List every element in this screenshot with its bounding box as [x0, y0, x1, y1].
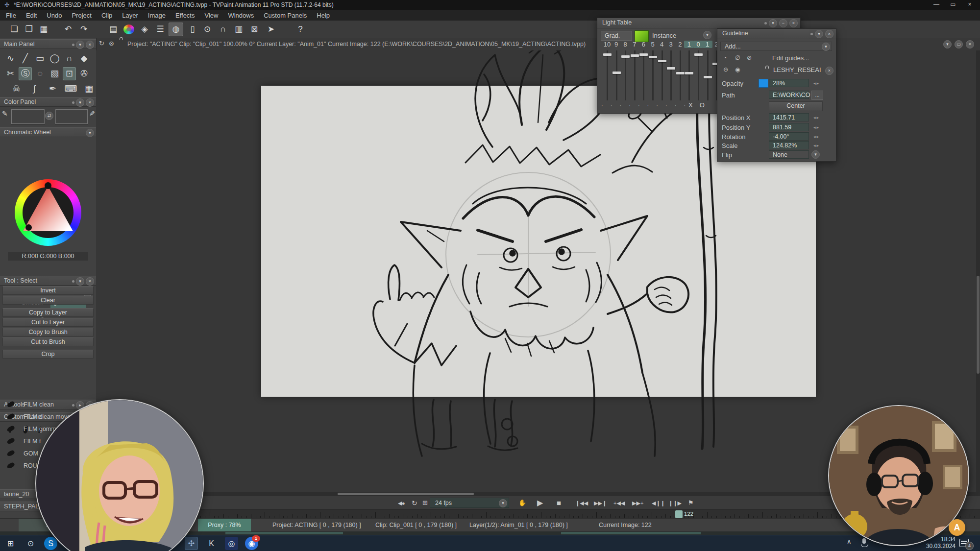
panel-collapse-icon[interactable]: ▾: [86, 129, 94, 137]
save-icon[interactable]: ▦: [36, 23, 51, 36]
panel-shade-icon[interactable]: −: [779, 19, 787, 27]
workspace[interactable]: [96, 50, 980, 492]
library-icon[interactable]: ▥: [231, 23, 246, 36]
remove-icon[interactable]: ⊖: [723, 66, 728, 73]
help-icon[interactable]: ?: [293, 23, 308, 36]
light-table-slider-handle[interactable]: [704, 76, 712, 78]
light-table-slider[interactable]: [607, 50, 608, 100]
rotation-field[interactable]: -4.00°: [769, 132, 809, 141]
light-table-slider[interactable]: [698, 50, 699, 100]
fps-dropdown[interactable]: 24 fps ▾: [430, 498, 509, 508]
fill-tool-icon[interactable]: ◆: [77, 52, 91, 65]
light-table-slider[interactable]: [688, 50, 690, 100]
center-button[interactable]: Center: [769, 101, 823, 111]
main-panel-header[interactable]: Main Panel ▾×: [0, 39, 96, 49]
light-table-header[interactable]: Light Table ▾−×: [597, 18, 800, 28]
camera-tool-icon[interactable]: ✇: [77, 67, 91, 80]
tool-select-header[interactable]: Tool : Select ▾×: [0, 276, 96, 286]
skype-icon[interactable]: S: [44, 537, 57, 550]
chromatic-wheel-header[interactable]: Chromatic Wheel ▾: [0, 127, 96, 137]
light-table-col-label[interactable]: 8: [620, 41, 630, 48]
stepper-arrows-icon[interactable]: ◂▸: [813, 81, 820, 86]
spline-tool-icon[interactable]: ∫: [28, 82, 41, 96]
next-key-icon[interactable]: ▶▶+: [632, 498, 643, 508]
canvas-close-button[interactable]: ×: [966, 40, 974, 48]
light-table-icon[interactable]: ◍: [169, 23, 183, 36]
menu-image[interactable]: Image: [148, 12, 166, 19]
speaker-icon[interactable]: ◀⦁: [398, 498, 405, 508]
open-file-icon[interactable]: ❐: [22, 23, 36, 36]
value-marker[interactable]: [25, 224, 32, 231]
panel-close-icon[interactable]: ×: [86, 277, 94, 286]
new-file-icon[interactable]: ❏: [7, 23, 22, 36]
next-frame-icon[interactable]: ❙❙▶: [668, 498, 682, 508]
stepper-arrows-icon[interactable]: ◂▸: [813, 125, 820, 130]
guideline-layer-row[interactable]: ⊖ ◉ LESHY_RESEAI ×: [717, 66, 836, 77]
panel-collapse-icon[interactable]: ▾: [769, 19, 777, 27]
crop-button[interactable]: Crop: [2, 350, 94, 359]
flip-frame-icon[interactable]: ⊞: [422, 498, 428, 508]
flip-dropdown[interactable]: None: [769, 150, 809, 159]
clock-icon[interactable]: ◔: [723, 54, 727, 61]
pen-tool-icon[interactable]: ✒: [46, 82, 59, 96]
zoom-icon[interactable]: ⊙: [200, 23, 215, 36]
light-table-slider-handle[interactable]: [676, 72, 685, 74]
close-button[interactable]: ×: [961, 0, 978, 10]
cut-to-layer-button[interactable]: Cut to Layer: [2, 318, 94, 327]
light-table-slider[interactable]: [616, 50, 617, 100]
prev-key-icon[interactable]: +◀◀: [613, 498, 625, 508]
last-frame-icon[interactable]: ▶▶❙: [594, 498, 607, 508]
path-field[interactable]: E:\WORK\CO: [769, 91, 809, 99]
redo-icon[interactable]: ↷: [76, 23, 91, 36]
timeline-playhead[interactable]: [675, 510, 683, 518]
light-table-col-label[interactable]: 5: [648, 41, 658, 48]
menu-view[interactable]: View: [205, 12, 219, 19]
prev-frame-icon[interactable]: ◀❙❙: [652, 498, 665, 508]
hide-handles-icon[interactable]: ⊘: [747, 54, 752, 61]
first-frame-icon[interactable]: ❙◀◀: [575, 498, 588, 508]
light-table-slider[interactable]: [634, 50, 636, 100]
panel-close-icon[interactable]: ×: [789, 19, 798, 27]
display-icon[interactable]: ◈: [137, 23, 152, 36]
background-color-swatch[interactable]: [55, 109, 88, 124]
browse-button[interactable]: ...: [811, 91, 823, 100]
light-table-col-label[interactable]: 1: [684, 41, 694, 48]
light-table-slider-handle[interactable]: [639, 53, 648, 56]
light-table-slider-handle[interactable]: [603, 53, 612, 56]
chat-icon[interactable]: ◉1: [245, 537, 258, 550]
menu-layer[interactable]: Layer: [122, 12, 138, 19]
search-icon[interactable]: ⊙: [24, 537, 37, 550]
menu-edit[interactable]: Edit: [26, 12, 37, 19]
menu-undo[interactable]: Undo: [47, 12, 62, 19]
stepper-arrows-icon[interactable]: ◂▸: [813, 143, 820, 148]
light-table-slider[interactable]: [707, 50, 709, 100]
light-table-slider-handle[interactable]: [631, 54, 639, 57]
mark-icon[interactable]: ⚑: [688, 498, 694, 508]
light-table-slider-handle[interactable]: [685, 72, 693, 74]
light-table-col-label[interactable]: 4: [657, 41, 667, 48]
light-table-slider-handle[interactable]: [612, 72, 621, 74]
scissors-select-icon[interactable]: ✂: [4, 67, 17, 80]
hue-marker[interactable]: [45, 182, 51, 189]
light-table-col-label[interactable]: 10: [602, 41, 612, 48]
grad-button[interactable]: Grad.: [601, 31, 632, 41]
transform-icon[interactable]: ⊠: [247, 23, 262, 36]
stop-icon[interactable]: ■: [557, 498, 561, 508]
panel-collapse-icon[interactable]: ▾: [76, 98, 84, 107]
light-table-slider-handle[interactable]: [667, 67, 675, 70]
hand-tool-icon[interactable]: ✋: [518, 498, 526, 508]
stepper-arrows-icon[interactable]: ◂▸: [813, 115, 820, 120]
sync-icon[interactable]: ↻: [99, 40, 104, 47]
cut-to-brush-button[interactable]: Cut to Brush: [2, 337, 94, 346]
remove-guide-icon[interactable]: ×: [825, 67, 833, 75]
panel-close-icon[interactable]: ×: [825, 30, 833, 38]
vertical-scrollbar[interactable]: [976, 50, 980, 492]
eye-icon[interactable]: ◉: [735, 66, 740, 73]
light-table-col-label[interactable]: 7: [630, 41, 639, 48]
menu-custom-panels[interactable]: Custom Panels: [264, 12, 307, 19]
krita-icon[interactable]: K: [205, 537, 218, 550]
opacity-field[interactable]: 28%: [769, 79, 809, 87]
tray-chevron-icon[interactable]: ∧: [847, 538, 852, 545]
light-table-slider-handle[interactable]: [649, 56, 657, 58]
menu-help[interactable]: Help: [317, 12, 330, 19]
